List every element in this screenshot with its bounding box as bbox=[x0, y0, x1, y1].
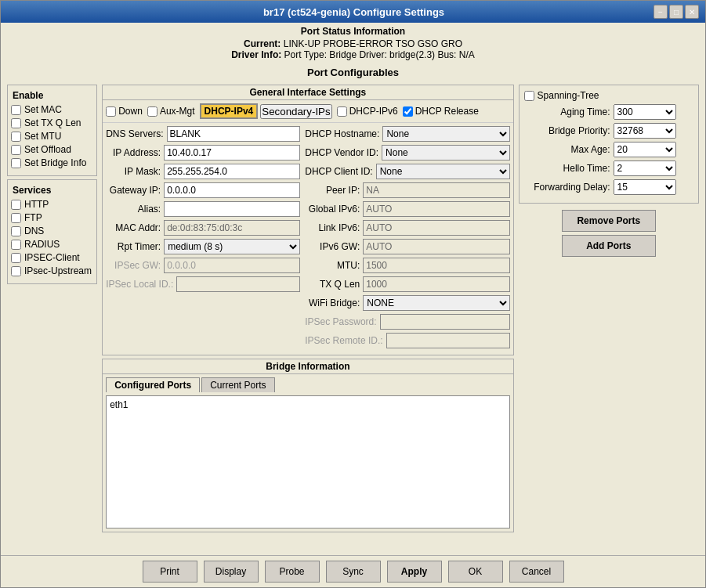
hello-time-row: Hello Time: 2 bbox=[524, 161, 693, 176]
cb-http[interactable]: HTTP bbox=[11, 199, 93, 210]
tab-configured-ports[interactable]: Configured Ports bbox=[106, 377, 200, 392]
cb-ftp[interactable]: FTP bbox=[11, 212, 93, 223]
spanning-tree-checkbox[interactable] bbox=[524, 91, 534, 101]
cb-dhcp-release-input[interactable] bbox=[403, 106, 413, 117]
cb-radius[interactable]: RADIUS bbox=[11, 239, 93, 250]
mac-addr-label: MAC Addr: bbox=[106, 222, 161, 233]
cb-ipsec-client-label: IPSEC-Client bbox=[24, 252, 80, 263]
ip-address-input[interactable] bbox=[164, 145, 300, 161]
add-ports-button[interactable]: Add Ports bbox=[562, 235, 656, 257]
mtu-label: MTU: bbox=[305, 260, 360, 271]
print-button[interactable]: Print bbox=[143, 561, 197, 583]
window-title: br17 (ct524-genia) Configure Settings bbox=[54, 6, 654, 18]
cb-set-mac[interactable]: Set MAC bbox=[11, 104, 93, 115]
remove-ports-button[interactable]: Remove Ports bbox=[562, 210, 656, 232]
cb-set-mtu[interactable]: Set MTU bbox=[11, 131, 93, 142]
dhcp-vendor-id-row: DHCP Vendor ID: None bbox=[305, 145, 509, 161]
main-window: br17 (ct524-genia) Configure Settings − … bbox=[0, 0, 706, 588]
cb-dns-label: DNS bbox=[24, 225, 44, 236]
bridge-priority-select[interactable]: 32768 bbox=[614, 123, 676, 139]
dhcp-client-id-select[interactable]: None bbox=[376, 164, 510, 179]
cb-down[interactable]: Down bbox=[106, 103, 143, 119]
global-ipv6-row: Global IPv6: bbox=[305, 201, 509, 217]
cb-dhcp-ipv6-input[interactable] bbox=[337, 106, 347, 117]
maximize-button[interactable]: □ bbox=[669, 5, 683, 19]
cb-set-mac-input[interactable] bbox=[11, 105, 21, 115]
gateway-ip-label: Gateway IP: bbox=[106, 185, 161, 196]
bridge-info-title: Bridge Information bbox=[103, 359, 512, 374]
ipsec-password-row: IPSec Password: bbox=[305, 314, 509, 330]
cb-http-input[interactable] bbox=[11, 200, 21, 210]
close-button[interactable]: ✕ bbox=[685, 5, 699, 19]
rpt-timer-row: Rpt Timer: slow (32 s) medium (8 s) fast… bbox=[106, 239, 300, 254]
general-settings-fields: DNS Servers: IP Address: IP Mask: G bbox=[103, 123, 512, 355]
ipsec-remote-id-label: IPSec Remote ID.: bbox=[305, 335, 382, 346]
dhcp-hostname-select[interactable]: None bbox=[382, 126, 509, 142]
apply-button[interactable]: Apply bbox=[387, 561, 442, 583]
gateway-ip-input[interactable] bbox=[164, 182, 300, 198]
cb-ipsec-client[interactable]: IPSEC-Client bbox=[11, 252, 93, 263]
link-ipv6-row: Link IPv6: bbox=[305, 220, 509, 236]
right-panel: Spanning-Tree Aging Time: 300 Bridge Pri… bbox=[519, 85, 699, 552]
cb-set-tx-q-len-input[interactable] bbox=[11, 118, 21, 128]
hello-time-select[interactable]: 2 bbox=[614, 161, 676, 176]
dhcp-ipv4-item[interactable]: DHCP-IPv4 Secondary-IPs bbox=[200, 103, 332, 119]
cb-set-offload-input[interactable] bbox=[11, 145, 21, 155]
cb-aux-mgt[interactable]: Aux-Mgt bbox=[147, 103, 195, 119]
cb-dns[interactable]: DNS bbox=[11, 225, 93, 236]
cb-set-tx-q-len[interactable]: Set TX Q Len bbox=[11, 117, 93, 128]
alias-label: Alias: bbox=[106, 204, 161, 215]
driver-label: Driver Info: bbox=[231, 49, 281, 60]
cb-ipsec-client-input[interactable] bbox=[11, 253, 21, 263]
minimize-button[interactable]: − bbox=[654, 5, 668, 19]
cb-dhcp-ipv6[interactable]: DHCP-IPv6 bbox=[337, 103, 398, 119]
right-settings-col: DHCP Hostname: None DHCP Vendor ID: None bbox=[305, 126, 509, 352]
main-area: Enable Set MAC Set TX Q Len Set MTU Set … bbox=[1, 81, 705, 555]
ports-buttons: Remove Ports Add Ports bbox=[519, 207, 699, 260]
cb-set-bridge-info-input[interactable] bbox=[11, 158, 21, 168]
cb-radius-input[interactable] bbox=[11, 240, 21, 250]
probe-button[interactable]: Probe bbox=[265, 561, 320, 583]
dhcp-vendor-id-select[interactable]: None bbox=[382, 145, 510, 161]
cb-set-bridge-info[interactable]: Set Bridge Info bbox=[11, 157, 93, 168]
forwarding-delay-row: Forwarding Delay: 15 bbox=[524, 179, 693, 195]
cb-set-mtu-input[interactable] bbox=[11, 132, 21, 142]
ipsec-password-label: IPSec Password: bbox=[305, 316, 376, 327]
spanning-tree-checkbox-row[interactable]: Spanning-Tree bbox=[524, 90, 693, 101]
link-ipv6-label: Link IPv6: bbox=[305, 222, 360, 233]
enable-section: Enable Set MAC Set TX Q Len Set MTU Set … bbox=[7, 85, 97, 176]
dns-servers-label: DNS Servers: bbox=[106, 128, 163, 139]
aging-time-select[interactable]: 300 bbox=[614, 104, 676, 120]
dns-servers-input[interactable] bbox=[167, 126, 301, 142]
cb-down-input[interactable] bbox=[106, 106, 116, 117]
dhcp-ipv4-button[interactable]: DHCP-IPv4 bbox=[200, 103, 259, 119]
port-status-title: Port Status Information bbox=[4, 26, 702, 37]
secondary-ips-button[interactable]: Secondary-IPs bbox=[260, 104, 331, 119]
cb-ipsec-upstream[interactable]: IPsec-Upstream bbox=[11, 265, 93, 276]
tx-q-len-label: TX Q Len bbox=[305, 279, 360, 290]
global-ipv6-input bbox=[363, 201, 509, 217]
cb-dns-input[interactable] bbox=[11, 226, 21, 236]
max-age-select[interactable]: 20 bbox=[614, 142, 676, 157]
cb-ftp-input[interactable] bbox=[11, 213, 21, 223]
wifi-bridge-select[interactable]: NONE bbox=[363, 295, 509, 311]
cancel-button[interactable]: Cancel bbox=[509, 561, 564, 583]
sync-button[interactable]: Sync bbox=[326, 561, 381, 583]
alias-input[interactable] bbox=[164, 201, 300, 217]
forwarding-delay-select[interactable]: 15 bbox=[614, 179, 676, 195]
ip-mask-input[interactable] bbox=[164, 164, 300, 179]
cb-set-offload[interactable]: Set Offload bbox=[11, 144, 93, 155]
cb-aux-mgt-label: Aux-Mgt bbox=[160, 106, 195, 117]
peer-ip-row: Peer IP: bbox=[305, 182, 509, 198]
cb-ipsec-upstream-input[interactable] bbox=[11, 266, 21, 276]
cb-aux-mgt-input[interactable] bbox=[147, 106, 157, 117]
cb-dhcp-release[interactable]: DHCP Release bbox=[403, 103, 479, 119]
cb-set-bridge-info-label: Set Bridge Info bbox=[24, 157, 86, 168]
ok-button[interactable]: OK bbox=[448, 561, 503, 583]
display-button[interactable]: Display bbox=[204, 561, 259, 583]
title-bar: br17 (ct524-genia) Configure Settings − … bbox=[1, 1, 705, 23]
alias-row: Alias: bbox=[106, 201, 300, 217]
tab-current-ports[interactable]: Current Ports bbox=[201, 377, 274, 392]
tx-q-len-input bbox=[363, 276, 509, 292]
rpt-timer-select[interactable]: slow (32 s) medium (8 s) fast (2 s) bbox=[164, 239, 300, 254]
